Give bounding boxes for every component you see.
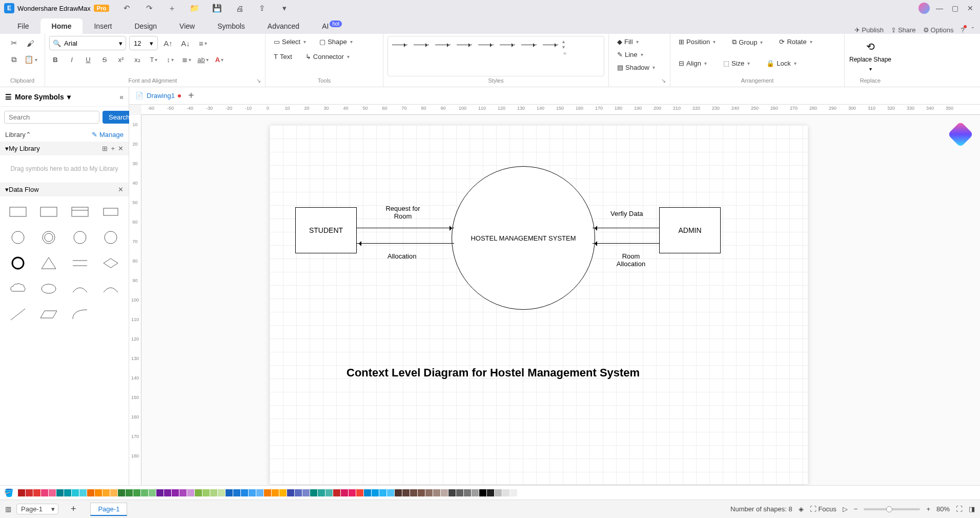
shape-diamond[interactable]: [98, 253, 124, 273]
line-button[interactable]: ✎ Line: [613, 49, 647, 61]
arrow-style-1[interactable]: [390, 38, 410, 51]
strike-icon[interactable]: S: [98, 53, 111, 66]
color-swatch[interactable]: [87, 489, 94, 496]
manage-link[interactable]: ✎ Manage: [92, 131, 124, 138]
color-swatch[interactable]: [295, 489, 302, 496]
color-swatch[interactable]: [456, 489, 463, 496]
shape-triangle[interactable]: [36, 253, 62, 273]
shape-circle-1[interactable]: [5, 227, 31, 248]
shadow-button[interactable]: ▧ Shadow: [613, 62, 659, 73]
color-swatch[interactable]: [510, 489, 517, 496]
color-swatch[interactable]: [448, 489, 456, 496]
font-family-select[interactable]: 🔍 Arial▾: [49, 36, 126, 50]
select-tool[interactable]: ▭ Select: [270, 36, 310, 48]
maximize-icon[interactable]: ▢: [949, 4, 961, 12]
zoom-in-icon[interactable]: +: [926, 505, 930, 513]
styles-more-icon[interactable]: ＝: [562, 50, 567, 57]
italic-icon[interactable]: I: [66, 53, 78, 66]
layers-icon[interactable]: ◈: [799, 505, 804, 513]
font-color-icon[interactable]: A: [213, 53, 226, 66]
tab-ai[interactable]: AIhot: [311, 18, 352, 34]
arrow-style-2[interactable]: [412, 38, 431, 51]
zoom-thumb[interactable]: [886, 506, 892, 512]
color-swatch[interactable]: [341, 489, 348, 496]
color-swatch[interactable]: [287, 489, 294, 496]
dataflow-close-icon[interactable]: ✕: [118, 186, 124, 193]
shape-curve[interactable]: [67, 304, 93, 325]
my-library-toggle[interactable]: ▾: [5, 145, 9, 152]
color-swatch[interactable]: [133, 489, 140, 496]
bullet-icon[interactable]: ≣: [180, 53, 193, 66]
shape-rect-header[interactable]: [67, 202, 93, 222]
arrow-request[interactable]: [357, 228, 454, 228]
share-button[interactable]: ⇪ Share: [891, 26, 916, 34]
color-swatch[interactable]: [433, 489, 440, 496]
publish-button[interactable]: ✈ Publish: [854, 26, 884, 34]
copy-icon[interactable]: ⧉: [7, 52, 22, 67]
shape-cloud[interactable]: [5, 278, 31, 299]
tab-insert[interactable]: Insert: [83, 18, 123, 34]
text-tool[interactable]: T Text: [270, 51, 296, 63]
zoom-out-icon[interactable]: −: [854, 505, 858, 513]
color-swatch[interactable]: [279, 489, 287, 496]
lib-import-icon[interactable]: ⊞: [102, 145, 108, 152]
arrow-allocation[interactable]: [357, 243, 454, 244]
fullscreen-icon[interactable]: ⛶: [956, 505, 963, 513]
library-label[interactable]: Library: [5, 131, 26, 138]
color-swatch[interactable]: [249, 489, 256, 496]
library-dropzone[interactable]: Drag symbols here to add to My Library: [0, 155, 129, 183]
color-swatch[interactable]: [310, 489, 317, 496]
tab-design[interactable]: Design: [123, 18, 168, 34]
color-swatch[interactable]: [202, 489, 210, 496]
line-spacing-icon[interactable]: ↕: [164, 53, 176, 66]
align-button[interactable]: ⊟ Align: [675, 57, 711, 69]
size-button[interactable]: ⬚ Size: [719, 57, 754, 69]
color-swatch[interactable]: [26, 489, 33, 496]
fill-button[interactable]: ◆ Fill: [613, 36, 643, 48]
panels-icon[interactable]: ◨: [969, 505, 975, 513]
group-button[interactable]: ⧉ Group: [728, 36, 767, 48]
color-swatch[interactable]: [41, 489, 48, 496]
tab-advanced[interactable]: Advanced: [256, 18, 311, 34]
add-page-icon[interactable]: +: [71, 504, 76, 514]
collapse-ribbon-icon[interactable]: ˆ: [972, 26, 974, 34]
increase-font-icon[interactable]: A↑: [161, 36, 175, 50]
label-verify[interactable]: Verfiy Data: [610, 210, 643, 217]
presentation-icon[interactable]: ▷: [843, 505, 848, 513]
color-swatch[interactable]: [333, 489, 340, 496]
qat-more-icon[interactable]: ▾: [277, 1, 292, 15]
color-swatch[interactable]: [95, 489, 102, 496]
new-tab-icon[interactable]: +: [188, 90, 194, 102]
paste-icon[interactable]: 📋: [24, 52, 38, 67]
page-view-icon[interactable]: ▥: [5, 505, 11, 513]
color-swatch[interactable]: [226, 489, 233, 496]
page-tab[interactable]: Page-1: [90, 503, 127, 516]
fill-bucket-icon[interactable]: 🪣: [4, 488, 14, 497]
shape-parallelogram[interactable]: [36, 304, 62, 325]
color-swatch[interactable]: [72, 489, 79, 496]
color-swatch[interactable]: [502, 489, 509, 496]
shape-rect-1[interactable]: [5, 202, 31, 222]
align-icon[interactable]: ≡: [196, 36, 210, 50]
color-swatch[interactable]: [18, 489, 25, 496]
replace-shape-caret[interactable]: ▾: [869, 66, 872, 72]
user-avatar-icon[interactable]: [918, 3, 930, 14]
shape-rect-3[interactable]: [98, 202, 124, 222]
rotate-button[interactable]: ⟳ Rotate: [775, 36, 816, 48]
shape-tool[interactable]: ▢ Shape: [315, 36, 357, 48]
shape-line-diag[interactable]: [5, 304, 31, 325]
color-swatch[interactable]: [172, 489, 179, 496]
zoom-slider[interactable]: [864, 508, 920, 510]
color-swatch[interactable]: [425, 489, 433, 496]
close-icon[interactable]: ✕: [965, 4, 976, 12]
color-swatch[interactable]: [141, 489, 148, 496]
color-swatch[interactable]: [110, 489, 117, 496]
label-room-alloc[interactable]: Room Allocation: [608, 252, 654, 268]
color-swatch[interactable]: [233, 489, 240, 496]
shape-arc-2[interactable]: [98, 278, 124, 299]
color-swatch[interactable]: [349, 489, 356, 496]
color-swatch[interactable]: [272, 489, 279, 496]
color-swatch[interactable]: [64, 489, 71, 496]
styles-up-icon[interactable]: ▴: [562, 38, 567, 44]
color-swatch[interactable]: [318, 489, 325, 496]
